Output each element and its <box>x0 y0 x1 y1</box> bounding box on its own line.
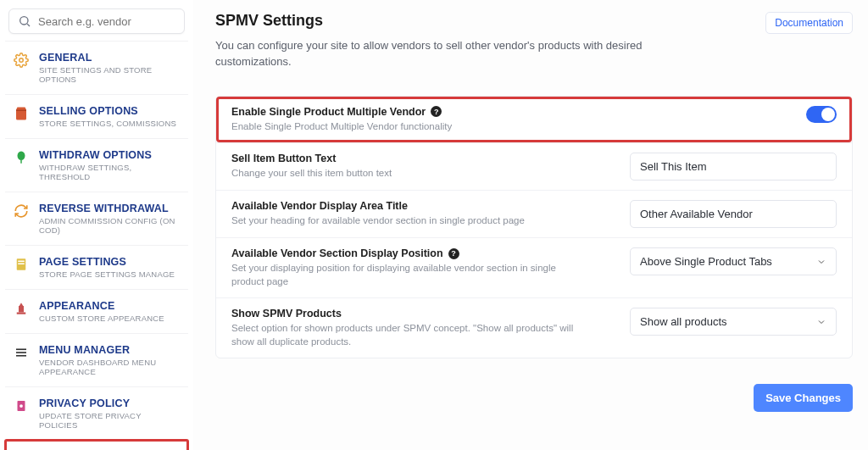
setting-label: Enable Single Product Multiple Vendor ? <box>231 106 613 118</box>
sidebar-item-general[interactable]: GENERALSITE SETTINGS AND STORE OPTIONS <box>5 41 188 94</box>
svg-rect-5 <box>18 261 25 263</box>
sidebar-item-sublabel: STORE SETTINGS, COMMISSIONS <box>39 119 176 128</box>
setting-desc: Change your sell this item button text <box>231 167 587 181</box>
chevron-down-icon <box>816 317 826 327</box>
setting-desc: Enable Single Product Multiple Vendor fu… <box>231 120 587 134</box>
sidebar-item-single-product-multivendor[interactable]: SINGLE PRODUCT MULTIVENDORSINGLE PRODUCT… <box>5 440 188 450</box>
search-input[interactable] <box>38 15 175 28</box>
privacy-icon <box>14 398 29 414</box>
help-icon[interactable]: ? <box>431 106 442 117</box>
sidebar-item-label: PRIVACY POLICY <box>39 397 180 409</box>
chevron-down-icon <box>816 257 826 267</box>
page-description: You can configure your site to allow ven… <box>215 38 656 70</box>
search-box[interactable] <box>8 8 185 34</box>
page-title: SPMV Settings <box>215 12 656 30</box>
settings-sidebar: GENERALSITE SETTINGS AND STORE OPTIONS S… <box>0 0 193 450</box>
vendor-display-position-select[interactable]: Above Single Product Tabs <box>630 247 837 275</box>
setting-label: Show SPMV Products <box>231 308 613 319</box>
menu-icon <box>14 345 29 360</box>
save-changes-button[interactable]: Save Changes <box>754 384 853 412</box>
svg-rect-8 <box>17 313 26 314</box>
sidebar-item-privacy-policy[interactable]: PRIVACY POLICYUPDATE STORE PRIVACY POLIC… <box>5 386 188 440</box>
shopping-bag-icon <box>14 106 29 121</box>
sidebar-item-label: SELLING OPTIONS <box>39 105 176 117</box>
appearance-icon <box>14 301 29 316</box>
sidebar-item-sublabel: VENDOR DASHBOARD MENU APPEARANCE <box>39 358 180 376</box>
sidebar-item-withdraw-options[interactable]: WITHDRAW OPTIONSWITHDRAW SETTINGS, THRES… <box>5 138 188 192</box>
sidebar-item-sublabel: SITE SETTINGS AND STORE OPTIONS <box>39 65 180 84</box>
balloon-icon <box>14 150 29 165</box>
setting-label: Available Vendor Display Area Title <box>231 200 613 212</box>
svg-point-0 <box>20 17 28 25</box>
sidebar-item-appearance[interactable]: APPEARANCECUSTOM STORE APPEARANCE <box>5 289 188 333</box>
sidebar-item-sublabel: STORE PAGE SETTINGS MANAGE <box>39 269 175 279</box>
sidebar-item-label: GENERAL <box>39 52 180 64</box>
select-value: Above Single Product Tabs <box>640 255 772 268</box>
page-icon <box>14 257 29 272</box>
sidebar-item-sublabel: ADMIN COMMISSION CONFIG (ON COD) <box>39 216 180 235</box>
setting-label: Sell Item Button Text <box>231 153 613 164</box>
enable-spmv-toggle[interactable] <box>806 106 837 123</box>
setting-label: Available Vendor Section Display Positio… <box>231 247 613 259</box>
refresh-icon <box>14 203 29 219</box>
sidebar-item-label: PAGE SETTINGS <box>39 256 175 268</box>
sidebar-item-menu-manager[interactable]: MENU MANAGERVENDOR DASHBOARD MENU APPEAR… <box>5 333 188 386</box>
svg-point-13 <box>19 404 23 408</box>
sidebar-item-reverse-withdrawal[interactable]: REVERSE WITHDRAWALADMIN COMMISSION CONFI… <box>5 192 188 245</box>
sidebar-item-label: MENU MANAGER <box>39 344 180 356</box>
svg-line-1 <box>27 24 30 26</box>
sidebar-item-page-settings[interactable]: PAGE SETTINGSSTORE PAGE SETTINGS MANAGE <box>5 245 188 289</box>
svg-point-3 <box>18 152 25 161</box>
sidebar-item-sublabel: CUSTOM STORE APPEARANCE <box>39 314 164 323</box>
show-spmv-products-select[interactable]: Show all products <box>630 308 837 336</box>
setting-desc: Set your heading for available vendor se… <box>231 214 587 228</box>
sidebar-item-selling-options[interactable]: SELLING OPTIONSSTORE SETTINGS, COMMISSIO… <box>5 94 188 138</box>
setting-label-text: Available Vendor Section Display Positio… <box>231 247 443 259</box>
sidebar-item-sublabel: UPDATE STORE PRIVACY POLICIES <box>39 411 180 430</box>
help-icon[interactable]: ? <box>448 248 459 259</box>
svg-rect-6 <box>18 264 25 265</box>
svg-point-2 <box>19 58 24 63</box>
setting-desc: Select option for shown products under S… <box>231 322 587 348</box>
search-icon <box>18 14 31 28</box>
sidebar-item-label: REVERSE WITHDRAWAL <box>39 203 180 214</box>
svg-rect-7 <box>19 306 24 313</box>
row-vendor-area-title: Available Vendor Display Area Title Set … <box>216 190 852 237</box>
row-sell-item-button-text: Sell Item Button Text Change your sell t… <box>216 142 852 190</box>
setting-desc: Set your displaying position for display… <box>231 262 587 288</box>
row-show-spmv-products: Show SPMV Products Select option for sho… <box>216 297 852 358</box>
setting-label-text: Enable Single Product Multiple Vendor <box>231 106 426 118</box>
sidebar-item-label: APPEARANCE <box>39 300 164 312</box>
vendor-area-title-input[interactable] <box>630 200 837 228</box>
sell-item-button-text-input[interactable] <box>630 153 837 181</box>
gear-icon <box>14 53 29 68</box>
main-content: SPMV Settings You can configure your sit… <box>193 0 868 450</box>
row-enable-spmv: Enable Single Product Multiple Vendor ? … <box>216 97 852 143</box>
sidebar-item-sublabel: WITHDRAW SETTINGS, THRESHOLD <box>39 163 180 181</box>
sidebar-item-label: WITHDRAW OPTIONS <box>39 149 180 161</box>
settings-panel: Enable Single Product Multiple Vendor ? … <box>215 96 853 359</box>
documentation-link[interactable]: Documentation <box>765 12 853 34</box>
row-vendor-display-position: Available Vendor Section Display Positio… <box>216 237 852 297</box>
select-value: Show all products <box>640 315 727 328</box>
